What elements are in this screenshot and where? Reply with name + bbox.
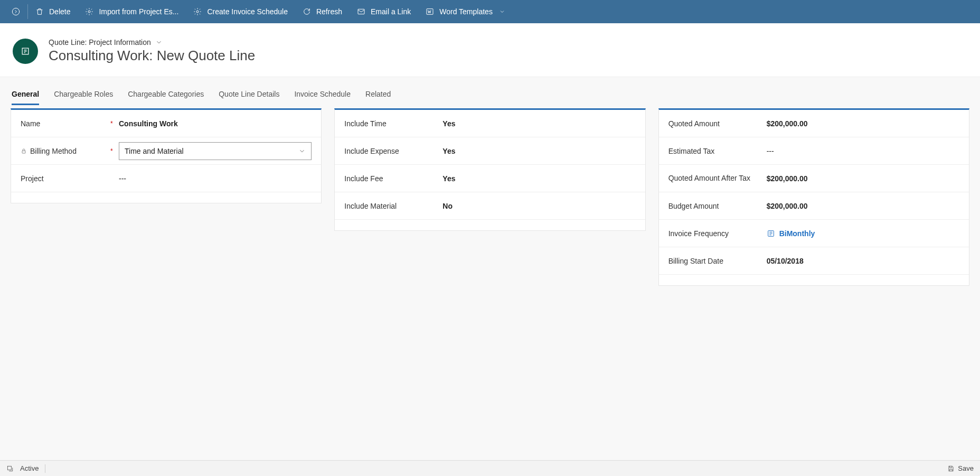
field-billing-start-date[interactable]: Billing Start Date 05/10/2018 <box>659 247 969 275</box>
chevron-down-icon <box>155 39 163 46</box>
panel-spacer <box>335 220 645 230</box>
separator <box>45 464 45 473</box>
quote-line-icon <box>20 46 31 57</box>
create-invoice-label: Create Invoice Schedule <box>207 7 288 16</box>
lock-icon <box>21 148 27 154</box>
include-expense-value: Yes <box>442 147 635 155</box>
page-title: Consulting Work: New Quote Line <box>49 48 255 64</box>
svg-point-0 <box>12 8 19 15</box>
panel-spacer <box>11 192 321 203</box>
delete-button[interactable]: Delete <box>28 0 78 23</box>
form-panels: Name * Consulting Work Billing Method * … <box>11 108 969 286</box>
include-time-value: Yes <box>442 119 635 128</box>
tab-quote-line-details[interactable]: Quote Line Details <box>219 87 279 105</box>
panel-includes: Include Time Yes Include Expense Yes Inc… <box>334 108 645 231</box>
import-label: Import from Project Es... <box>99 7 178 16</box>
word-templates-button[interactable]: Word Templates <box>418 0 513 23</box>
tab-list: General Chargeable Roles Chargeable Cate… <box>11 77 969 108</box>
breadcrumb[interactable]: Quote Line: Project Information <box>49 38 255 46</box>
field-quoted-amount[interactable]: Quoted Amount $200,000.00 <box>659 110 969 137</box>
back-button[interactable] <box>4 0 27 23</box>
breadcrumb-text: Quote Line: Project Information <box>49 38 151 46</box>
field-include-fee[interactable]: Include Fee Yes <box>335 165 645 192</box>
popout-icon[interactable] <box>6 465 14 472</box>
content-area: General Chargeable Roles Chargeable Cate… <box>0 77 980 460</box>
quoted-amount-label: Quoted Amount <box>668 119 720 128</box>
refresh-button[interactable]: Refresh <box>295 0 350 23</box>
required-indicator: * <box>110 147 116 155</box>
panel-spacer <box>659 275 969 285</box>
field-invoice-frequency[interactable]: Invoice Frequency BiMonthly <box>659 220 969 247</box>
invoice-frequency-label: Invoice Frequency <box>668 229 729 238</box>
field-billing-method[interactable]: Billing Method * Time and Material <box>11 137 321 165</box>
tab-general[interactable]: General <box>12 87 39 105</box>
gear-icon <box>193 7 202 16</box>
record-header: Quote Line: Project Information Consulti… <box>0 23 980 77</box>
delete-label: Delete <box>49 7 70 16</box>
svg-rect-6 <box>22 151 25 153</box>
project-label: Project <box>21 174 44 183</box>
include-fee-label: Include Fee <box>344 174 383 183</box>
include-expense-label: Include Expense <box>344 147 399 155</box>
panel-basic: Name * Consulting Work Billing Method * … <box>11 108 322 203</box>
field-name[interactable]: Name * Consulting Work <box>11 110 321 137</box>
status-text: Active <box>20 464 39 472</box>
quoted-after-tax-label: Quoted Amount After Tax <box>668 174 750 183</box>
field-estimated-tax[interactable]: Estimated Tax --- <box>659 137 969 165</box>
trash-icon <box>35 7 44 16</box>
svg-rect-8 <box>7 466 11 470</box>
tab-chargeable-categories[interactable]: Chargeable Categories <box>128 87 204 105</box>
include-time-label: Include Time <box>344 119 386 128</box>
project-value: --- <box>119 174 312 183</box>
save-button[interactable]: Save <box>947 464 974 472</box>
command-bar: Delete Import from Project Es... Create … <box>0 0 980 23</box>
svg-rect-3 <box>358 9 364 14</box>
field-include-time[interactable]: Include Time Yes <box>335 110 645 137</box>
required-indicator: * <box>110 120 116 127</box>
word-templates-label: Word Templates <box>439 7 493 16</box>
invoice-frequency-text: BiMonthly <box>779 229 815 238</box>
chevron-right-circle-icon <box>12 7 20 16</box>
status-bar: Active Save <box>0 460 980 476</box>
invoice-frequency-value[interactable]: BiMonthly <box>767 229 959 238</box>
quoted-amount-value: $200,000.00 <box>767 119 959 128</box>
gear-icon <box>85 7 93 16</box>
save-icon <box>947 465 955 472</box>
name-value: Consulting Work <box>119 119 312 128</box>
billing-start-label: Billing Start Date <box>668 257 723 265</box>
billing-method-select[interactable]: Time and Material <box>119 142 312 160</box>
email-icon <box>357 7 365 16</box>
email-link-button[interactable]: Email a Link <box>350 0 418 23</box>
include-material-value: No <box>442 202 635 210</box>
refresh-icon <box>303 7 311 16</box>
budget-amount-value: $200,000.00 <box>767 202 959 210</box>
field-project[interactable]: Project --- <box>11 165 321 192</box>
name-label: Name <box>21 119 40 128</box>
chevron-down-icon <box>499 8 505 15</box>
create-invoice-schedule-button[interactable]: Create Invoice Schedule <box>186 0 295 23</box>
tab-chargeable-roles[interactable]: Chargeable Roles <box>54 87 113 105</box>
svg-point-1 <box>88 11 90 13</box>
refresh-label: Refresh <box>316 7 342 16</box>
billing-start-value: 05/10/2018 <box>767 257 959 265</box>
word-icon <box>426 7 434 16</box>
field-include-material[interactable]: Include Material No <box>335 192 645 220</box>
tab-invoice-schedule[interactable]: Invoice Schedule <box>294 87 351 105</box>
field-include-expense[interactable]: Include Expense Yes <box>335 137 645 165</box>
estimated-tax-value: --- <box>767 147 959 155</box>
field-budget-amount[interactable]: Budget Amount $200,000.00 <box>659 192 969 220</box>
import-button[interactable]: Import from Project Es... <box>78 0 186 23</box>
field-quoted-after-tax[interactable]: Quoted Amount After Tax $200,000.00 <box>659 165 969 192</box>
svg-point-2 <box>196 11 199 13</box>
entity-badge <box>13 39 38 64</box>
chevron-down-icon <box>298 147 306 155</box>
lookup-icon <box>767 229 775 238</box>
quoted-after-tax-value: $200,000.00 <box>767 174 959 183</box>
billing-label: Billing Method <box>30 147 77 155</box>
save-label: Save <box>958 464 974 472</box>
tab-related[interactable]: Related <box>365 87 391 105</box>
panel-amounts: Quoted Amount $200,000.00 Estimated Tax … <box>658 108 969 286</box>
include-material-label: Include Material <box>344 202 397 210</box>
email-label: Email a Link <box>371 7 411 16</box>
estimated-tax-label: Estimated Tax <box>668 147 715 155</box>
